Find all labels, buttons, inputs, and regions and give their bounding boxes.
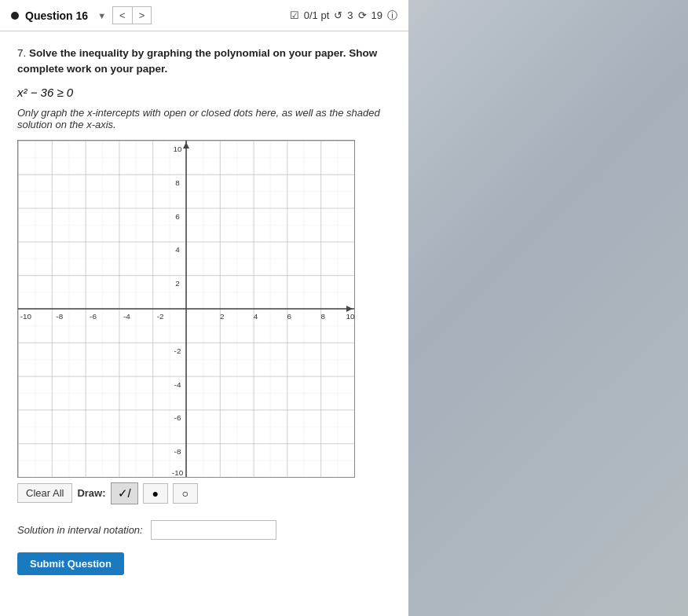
svg-text:2: 2 (175, 279, 180, 288)
svg-text:-4: -4 (123, 311, 130, 320)
svg-text:10: 10 (346, 311, 354, 320)
svg-text:8: 8 (175, 178, 180, 186)
svg-text:-10: -10 (20, 311, 32, 320)
svg-text:6: 6 (287, 311, 292, 320)
question-label: Question 16 (25, 9, 88, 22)
solution-label: Solution in interval notation: (17, 524, 143, 536)
graph-svg[interactable]: -10 -8 -6 -4 -2 2 4 6 8 10 10 8 6 4 2 (18, 141, 354, 477)
graph-canvas[interactable]: -10 -8 -6 -4 -2 2 4 6 8 10 10 8 6 4 2 (17, 140, 355, 478)
svg-text:-6: -6 (174, 413, 181, 422)
graph-instruction: Only graph the x-intercepts with open or… (17, 107, 391, 130)
question-dot (11, 12, 19, 20)
svg-text:-10: -10 (172, 468, 184, 477)
pen-tool-button[interactable]: ✓/ (111, 482, 138, 504)
svg-text:-6: -6 (90, 311, 97, 320)
graph-container: -10 -8 -6 -4 -2 2 4 6 8 10 10 8 6 4 2 (17, 140, 355, 504)
open-dot-tool-button[interactable]: ○ (173, 483, 198, 504)
svg-text:2: 2 (220, 311, 225, 320)
info-icon[interactable]: ⓘ (387, 9, 397, 23)
svg-text:-2: -2 (174, 346, 181, 354)
pen-icon: ✓/ (118, 486, 131, 500)
score-info: ☑ 0/1 pt ↺ 3 ⟳ 19 ⓘ (290, 9, 397, 23)
draw-label: Draw: (77, 487, 105, 499)
question-dropdown-icon[interactable]: ▼ (97, 11, 106, 20)
top-bar-right: ☑ 0/1 pt ↺ 3 ⟳ 19 ⓘ (290, 9, 397, 23)
svg-text:8: 8 (320, 311, 325, 320)
nav-next-button[interactable]: > (133, 7, 152, 24)
svg-text:-8: -8 (174, 447, 181, 456)
score-icon: ☑ (290, 9, 299, 21)
clear-all-button[interactable]: Clear All (17, 483, 72, 503)
svg-text:-8: -8 (56, 311, 63, 320)
open-dot-icon: ○ (181, 487, 188, 500)
svg-text:10: 10 (174, 144, 183, 152)
solution-row: Solution in interval notation: (17, 520, 391, 540)
closed-dot-icon: ● (152, 487, 158, 500)
graph-toolbar: Clear All Draw: ✓/ ● ○ (17, 482, 355, 504)
svg-text:-4: -4 (174, 380, 181, 388)
problem-instruction: 7. Solve the inequality by graphing the … (17, 46, 391, 78)
svg-text:4: 4 (254, 311, 258, 320)
svg-text:-2: -2 (157, 311, 164, 320)
solution-input[interactable] (151, 520, 276, 540)
svg-text:4: 4 (175, 245, 180, 254)
closed-dot-tool-button[interactable]: ● (143, 483, 168, 504)
retry-count: 3 (347, 9, 353, 21)
content-area: 7. Solve the inequality by graphing the … (0, 31, 408, 591)
top-bar: Question 16 ▼ < > ☑ 0/1 pt ↺ 3 ⟳ 19 ⓘ (0, 0, 408, 31)
score-value: 0/1 pt (304, 9, 330, 21)
nav-prev-button[interactable]: < (113, 7, 133, 24)
equation: x² − 36 ≥ 0 (17, 86, 391, 99)
submit-button[interactable]: Submit Question (17, 552, 124, 575)
retry-icon: ↺ (334, 9, 342, 21)
svg-text:6: 6 (175, 211, 180, 220)
resubmit-icon: ⟳ (358, 9, 367, 21)
nav-arrows: < > (112, 6, 152, 24)
resubmit-count: 19 (371, 9, 382, 21)
top-bar-left: Question 16 ▼ < > (11, 6, 152, 24)
